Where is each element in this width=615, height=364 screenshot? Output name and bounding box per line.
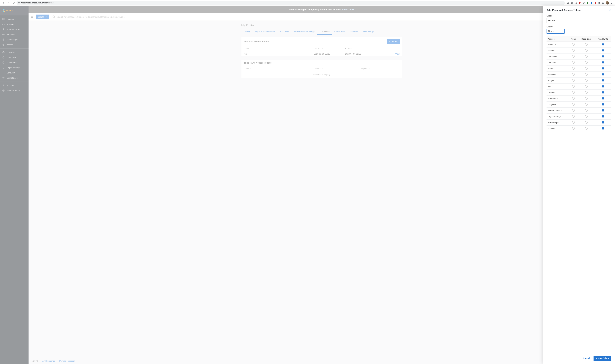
- perm-none-radio[interactable]: [572, 49, 575, 52]
- perm-ro-radio[interactable]: [585, 97, 588, 100]
- drawer-close-button[interactable]: [608, 8, 611, 12]
- perm-none-radio[interactable]: [572, 85, 575, 88]
- perm-none-radio[interactable]: [572, 121, 575, 124]
- perm-none-radio[interactable]: [572, 61, 575, 64]
- perm-none-radio[interactable]: [572, 43, 575, 46]
- tab-lish-console-settings[interactable]: LISH Console Settings: [292, 29, 317, 35]
- sidebar-item-images[interactable]: Images: [0, 42, 28, 47]
- browser-reload-button[interactable]: [11, 1, 16, 5]
- perm-rw-radio[interactable]: [602, 61, 604, 64]
- ext-red-icon[interactable]: [594, 1, 597, 4]
- create-token-button[interactable]: Create Token: [594, 356, 611, 361]
- pat-col-label[interactable]: Label: [244, 47, 314, 50]
- more-menu-icon[interactable]: [610, 1, 613, 4]
- perm-rw-radio[interactable]: [602, 73, 604, 76]
- create-button[interactable]: Create: [36, 14, 49, 19]
- perm-none-radio[interactable]: [572, 73, 575, 76]
- perm-none-radio[interactable]: [572, 109, 575, 112]
- tp-col-label[interactable]: Label: [244, 67, 314, 70]
- perm-rw-radio[interactable]: [602, 97, 604, 100]
- browser-forward-button[interactable]: [6, 1, 11, 5]
- tp-col-created[interactable]: Created: [314, 67, 361, 70]
- sidebar-item-firewalls[interactable]: Firewalls: [0, 32, 28, 37]
- pat-row-view-link[interactable]: View: [395, 53, 400, 55]
- ext-blue-icon[interactable]: [590, 1, 593, 4]
- perm-ro-radio[interactable]: [585, 49, 588, 52]
- perm-ro-radio[interactable]: [585, 85, 588, 88]
- sidebar-item-help-support[interactable]: Help & Support: [0, 88, 28, 93]
- perm-ro-radio[interactable]: [585, 43, 588, 46]
- browser-back-button[interactable]: [1, 1, 5, 5]
- perm-ro-radio[interactable]: [585, 109, 588, 112]
- extensions-puzzle-icon[interactable]: [598, 1, 601, 4]
- sidebar-item-object-storage[interactable]: Object Storage: [0, 65, 28, 70]
- perm-rw-radio[interactable]: [602, 127, 604, 130]
- pat-col-expires[interactable]: Expires: [345, 47, 377, 50]
- tab-referrals[interactable]: Referrals: [348, 29, 361, 35]
- perm-ro-radio[interactable]: [585, 91, 588, 94]
- tab-display[interactable]: Display: [241, 29, 253, 35]
- perm-ro-radio[interactable]: [585, 61, 588, 64]
- sidebar-item-domains[interactable]: Domains: [0, 50, 28, 55]
- sidebar-item-stackscripts[interactable]: StackScripts: [0, 37, 28, 42]
- provide-feedback-link[interactable]: Provide Feedback: [59, 360, 75, 362]
- perm-rw-radio[interactable]: [602, 115, 604, 118]
- share-icon[interactable]: [567, 1, 569, 4]
- tab-login-authentication[interactable]: Login & Authentication: [253, 29, 278, 35]
- perm-none-radio[interactable]: [572, 97, 575, 100]
- perm-ro-radio[interactable]: [585, 103, 588, 106]
- perm-none-radio[interactable]: [572, 103, 575, 106]
- sidebar-item-volumes[interactable]: Volumes: [0, 22, 28, 27]
- create-pat-button[interactable]: Create A: [387, 39, 400, 44]
- api-reference-link[interactable]: API Reference: [42, 360, 55, 362]
- perm-ro-radio[interactable]: [585, 73, 588, 76]
- perm-ro-radio[interactable]: [585, 79, 588, 82]
- expiry-select[interactable]: Never: [546, 29, 565, 34]
- sidebar-item-marketplace[interactable]: Marketplace: [0, 75, 28, 80]
- app-logo[interactable]: Akamai: [0, 6, 28, 15]
- perm-rw-radio[interactable]: [602, 43, 604, 46]
- perm-ro-radio[interactable]: [585, 127, 588, 130]
- perm-rw-radio[interactable]: [602, 109, 604, 112]
- perm-rw-radio[interactable]: [602, 55, 604, 58]
- perm-ro-radio[interactable]: [585, 121, 588, 124]
- pat-col-created[interactable]: Created: [314, 47, 345, 50]
- perm-ro-radio[interactable]: [585, 67, 588, 70]
- sidebar-item-kubernetes[interactable]: Kubernetes: [0, 60, 28, 65]
- sidebar-item-databases[interactable]: Databases: [0, 55, 28, 60]
- tab-my-settings[interactable]: My Settings: [361, 29, 376, 35]
- panel-toggle-icon[interactable]: [602, 1, 604, 4]
- menu-toggle-button[interactable]: [30, 14, 35, 19]
- perm-ro-radio[interactable]: [585, 115, 588, 118]
- power-icon[interactable]: [582, 1, 585, 4]
- sidebar-item-longview[interactable]: Longview: [0, 70, 28, 75]
- sidebar-item-account[interactable]: Account: [0, 83, 28, 88]
- perm-rw-radio[interactable]: [602, 79, 604, 82]
- tab-ssh-keys[interactable]: SSH Keys: [278, 29, 292, 35]
- tab-oauth-apps[interactable]: OAuth Apps: [332, 29, 348, 35]
- perm-rw-radio[interactable]: [602, 91, 604, 94]
- sidebar-item-linodes[interactable]: Linodes: [0, 17, 28, 22]
- perm-none-radio[interactable]: [572, 67, 575, 70]
- label-input[interactable]: [546, 18, 611, 23]
- perm-none-radio[interactable]: [572, 115, 575, 118]
- address-bar[interactable]: https://cloud.linode.com/profile/tokens: [16, 1, 565, 5]
- perm-none-radio[interactable]: [572, 127, 575, 130]
- perm-ro-radio[interactable]: [585, 55, 588, 58]
- cancel-button[interactable]: Cancel: [582, 356, 591, 361]
- banner-learn-more-link[interactable]: Learn more.: [342, 8, 355, 11]
- perm-rw-radio[interactable]: [602, 121, 604, 124]
- shield-ext-icon[interactable]: [578, 1, 581, 4]
- perm-none-radio[interactable]: [572, 55, 575, 58]
- star-icon[interactable]: [571, 1, 573, 4]
- search-input[interactable]: [57, 16, 612, 18]
- perm-none-radio[interactable]: [572, 91, 575, 94]
- tp-col-expires[interactable]: Expires: [361, 67, 400, 70]
- ext-green-icon[interactable]: [586, 1, 589, 4]
- perm-rw-radio[interactable]: [602, 67, 604, 70]
- perm-rw-radio[interactable]: [602, 85, 604, 88]
- tab-api-tokens[interactable]: API Tokens: [317, 29, 332, 35]
- perm-none-radio[interactable]: [572, 79, 575, 82]
- perm-rw-radio[interactable]: [602, 103, 604, 106]
- perm-rw-radio[interactable]: [602, 49, 604, 52]
